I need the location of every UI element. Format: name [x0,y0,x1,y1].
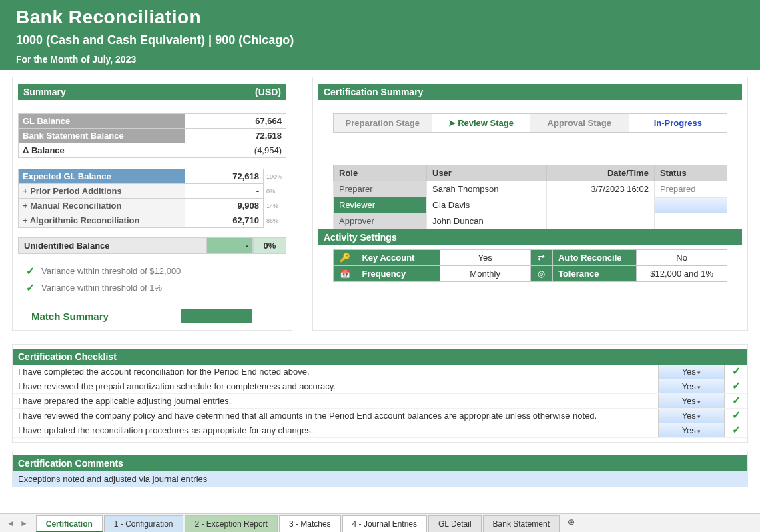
key-account-label: Key Account [356,250,440,266]
expected-value: 72,618 [185,169,264,184]
delta-label: Δ Balance [19,143,185,158]
check-icon: ✓ [725,409,747,423]
status-approver [654,213,727,229]
unidentified-value: - [206,237,253,254]
comments-heading: Certification Comments [13,455,747,471]
activity-heading-text: Activity Settings [324,232,397,243]
page-subtitle: 1000 (Cash and Cash Equivalent) | 900 (C… [16,33,744,47]
summary-heading-text: Summary [23,87,66,97]
activity-table: 🔑 Key Account Yes ⇄ Auto Reconcile No 📅 … [333,249,727,282]
col-role: Role [334,165,427,181]
datetime-reviewer [547,197,655,213]
check-icon: ✓ [725,423,747,437]
checklist-item-3: I have reviewed the company policy and h… [13,409,658,423]
stage-preparation[interactable]: Preparation Stage [334,114,432,132]
tab-bank-statement[interactable]: Bank Statement [483,515,560,532]
user-approver: John Duncan [427,213,547,229]
bank-stmt-label: Bank Statement Balance [19,129,185,143]
comments-heading-text: Certification Comments [18,458,123,469]
col-datetime: Date/Time [547,165,655,181]
expected-label: Expected GL Balance [19,169,185,184]
checklist-row: I have completed the account reconciliat… [13,365,747,379]
tab-certification[interactable]: Certification [36,515,103,532]
checklist-item-1: I have reviewed the prepaid amortization… [13,379,658,393]
datetime-preparer: 3/7/2023 16:02 [547,181,655,197]
stage-review[interactable]: ➤ Review Stage [432,114,531,132]
tolerance-icon: ◎ [530,266,552,282]
algo-pct: 86% [263,213,286,228]
tab-nav-next-icon[interactable]: ► [17,519,31,528]
role-reviewer: Reviewer [334,197,427,213]
calendar-icon: 📅 [334,266,356,282]
checklist-select-4[interactable]: Yes [658,423,725,437]
tab-gl-detail[interactable]: GL Detail [428,515,482,532]
stage-approval[interactable]: Approval Stage [530,114,629,132]
auto-reconcile-value: No [637,250,727,266]
checklist-select-0[interactable]: Yes [658,365,725,379]
tab-journal-entries[interactable]: 4 - Journal Entries [342,515,427,532]
checklist-select-2[interactable]: Yes [658,394,725,408]
tab-matches[interactable]: 3 - Matches [279,515,341,532]
unidentified-label: Unidentified Balance [18,237,206,254]
summary-heading: Summary (USD) [18,84,286,100]
tolerance-label: Tolerance [552,266,636,282]
role-table: Role User Date/Time Status Preparer Sara… [333,165,727,229]
checklist-row: I have reviewed the prepaid amortization… [13,379,747,394]
checklist-item-4: I have updated the reconciliation proced… [13,423,658,437]
check-icon: ✓ [26,281,35,294]
manual-label: + Manual Reconciliation [19,199,185,213]
variance-list: ✓ Variance within threshold of $12,000 ✓… [26,265,286,294]
auto-reconcile-label: Auto Reconcile [552,250,636,266]
cert-summary-heading-text: Certification Summary [324,87,423,97]
gl-balance-value: 67,664 [185,114,286,129]
match-summary-bar [181,309,252,323]
role-preparer: Preparer [334,181,427,197]
summary-panel: Summary (USD) GL Balance 67,664 Bank Sta… [12,77,292,331]
role-approver: Approver [334,213,427,229]
stage-review-label: Review Stage [458,118,514,128]
frequency-label: Frequency [356,266,440,282]
comments-body[interactable]: Exceptions noted and adjusted via journa… [13,471,747,487]
delta-value: (4,954) [185,143,286,158]
checklist-heading: Certification Checklist [13,349,747,365]
tab-nav-prev-icon[interactable]: ◄ [4,519,17,528]
tab-configuration[interactable]: 1 - Configuration [104,515,183,532]
variance-2: Variance within threshold of 1% [41,283,162,293]
role-row-approver: Approver John Duncan [334,213,727,229]
tab-add-icon[interactable]: ⊕ [560,514,583,532]
tab-exception-report[interactable]: 2 - Exception Report [185,515,278,532]
summary-currency: (USD) [255,87,281,97]
status-reviewer[interactable] [654,197,727,213]
gl-balance-label: GL Balance [19,114,185,129]
col-user: User [427,165,547,181]
manual-pct: 14% [263,199,286,213]
checklist-item-0: I have completed the account reconciliat… [13,365,658,379]
comments-panel: Certification Comments Exceptions noted … [12,451,748,487]
arrow-icon: ➤ [448,118,458,128]
user-preparer: Sarah Thompson [427,181,547,197]
role-row-preparer: Preparer Sarah Thompson 3/7/2023 16:02 P… [334,181,727,197]
check-icon: ✓ [26,265,35,277]
checklist-item-2: I have prepared the applicable adjusting… [13,394,658,408]
algo-label: + Algorithmic Reconciliation [19,213,185,228]
checklist-heading-text: Certification Checklist [18,351,117,362]
cert-summary-panel: Certification Summary Preparation Stage … [312,77,748,331]
checklist-row: I have reviewed the company policy and h… [13,409,747,423]
check-icon: ✓ [725,379,747,393]
key-icon: 🔑 [334,250,356,266]
cert-summary-heading: Certification Summary [318,84,742,100]
check-icon: ✓ [725,394,747,408]
status-preparer: Prepared [654,181,727,197]
user-reviewer: Gia Davis [427,197,547,213]
sheet-tabstrip: ◄ ► Certification 1 - Configuration 2 - … [0,513,760,532]
expected-pct: 100% [263,169,286,184]
checklist-row: I have prepared the applicable adjusting… [13,394,747,409]
balance-table: GL Balance 67,664 Bank Statement Balance… [18,113,286,158]
page-title: Bank Reconciliation [16,7,744,28]
algo-value: 62,710 [185,213,264,228]
checklist-select-3[interactable]: Yes [658,409,725,423]
role-row-reviewer: Reviewer Gia Davis [334,197,727,213]
match-summary-label[interactable]: Match Summary [31,311,181,322]
checklist-select-1[interactable]: Yes [658,379,725,393]
col-status: Status [654,165,727,181]
